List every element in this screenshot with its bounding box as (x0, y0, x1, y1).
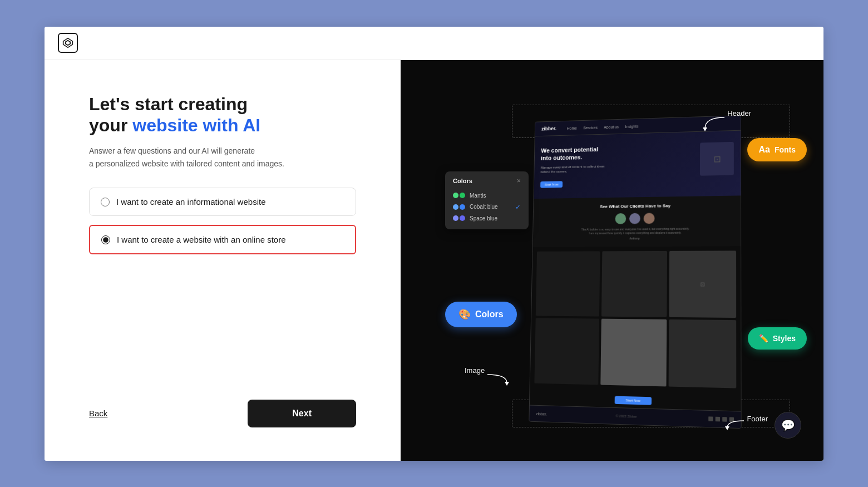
fonts-icon: Aa (758, 145, 770, 155)
preview-scene: zibber. Home Services About us Insights (401, 60, 823, 461)
space-dots (453, 215, 465, 221)
fonts-button-label: Fonts (775, 145, 796, 154)
colors-button[interactable]: 🎨 Colors (445, 302, 517, 327)
website-mockup: zibber. Home Services About us Insights (529, 115, 741, 429)
mockup-logo: zibber. (541, 126, 556, 131)
svg-marker-2 (703, 127, 707, 131)
gallery-item-5 (600, 319, 667, 387)
gallery-item-4 (534, 318, 599, 385)
option-informational-label: I want to create an informational websit… (116, 197, 265, 206)
review-text: The AI builder is so easy to use and eve… (539, 227, 733, 236)
footer-label: Footer (747, 415, 768, 423)
styles-icon: ✏️ (759, 334, 768, 343)
option-online-store[interactable]: I want to create a website with an onlin… (89, 225, 356, 254)
next-button[interactable]: Next (248, 400, 356, 427)
colors-panel-close[interactable]: × (517, 177, 521, 185)
mockup-hero-image: ⊡ (700, 141, 734, 175)
description-text: Answer a few questions and our AI will g… (89, 145, 356, 170)
cobalt-dots (453, 204, 465, 210)
colors-panel: Colors × Mantis (445, 171, 529, 229)
mockup-gallery: ⊡ (530, 246, 741, 393)
svg-marker-1 (66, 41, 70, 45)
mantis-label: Mantis (470, 193, 521, 199)
image-label: Image (465, 366, 485, 375)
mockup-cta: Start Now (540, 181, 563, 188)
mockup-hero-sub: Manage every kind of content to collect … (541, 161, 694, 174)
gallery-item-3: ⊡ (669, 250, 736, 318)
option-informational[interactable]: I want to create an informational websit… (89, 188, 356, 216)
mockup-start-now: Start Now (614, 396, 652, 405)
styles-button[interactable]: ✏️ Styles (748, 327, 807, 350)
space-label: Space blue (470, 215, 521, 222)
space-dot-2 (460, 215, 465, 221)
header-label-text: Header (727, 109, 751, 117)
gallery-item-2 (601, 251, 667, 317)
image-arrow (485, 372, 512, 386)
top-bar (45, 27, 823, 60)
image-label-text: Image (465, 366, 485, 375)
main-content: Let's start creating your website with A… (45, 60, 823, 461)
footer-logo: zibber. (536, 411, 547, 416)
heading-line1: Let's start creating (89, 94, 356, 115)
color-option-mantis[interactable]: Mantis (453, 190, 521, 201)
mockup-screen: zibber. Home Services About us Insights (529, 115, 741, 429)
header-label: Header (727, 109, 751, 117)
nav-home: Home (567, 126, 577, 130)
header-arrow (699, 115, 727, 131)
radio-online-store[interactable] (101, 235, 110, 244)
social-1 (708, 416, 713, 421)
mockup-hero: We convert potentialinto outcomes. Manag… (534, 130, 741, 199)
chat-icon: 💬 (781, 419, 795, 432)
cobalt-check: ✓ (515, 203, 521, 211)
svg-marker-3 (505, 382, 509, 386)
cobalt-label: Cobalt blue (470, 204, 511, 210)
color-option-space[interactable]: Space blue (453, 213, 521, 224)
footer-copy: © 2022 Zibber (616, 414, 637, 418)
mockup-testimonials: See What Our Clients Have to Say The AI … (533, 195, 741, 247)
left-panel: Let's start creating your website with A… (45, 60, 401, 461)
app-logo (58, 33, 78, 53)
reviewer-name: Anthony (539, 236, 734, 240)
footer-label-text: Footer (747, 415, 768, 423)
nav-insights: Insights (625, 124, 639, 127)
mantis-dot-1 (453, 193, 458, 198)
gallery-item-6 (669, 319, 737, 388)
nav-about: About us (604, 125, 619, 129)
chat-button[interactable]: 💬 (775, 412, 801, 439)
avatar-3 (644, 213, 655, 224)
option-online-store-label: I want to create a website with an onlin… (117, 235, 286, 244)
avatar-2 (629, 213, 640, 224)
heading-line2: your website with AI (89, 115, 356, 136)
svg-marker-4 (725, 426, 729, 430)
gallery-item-1 (536, 251, 600, 316)
colors-icon: 🎨 (458, 308, 471, 321)
mockup-hero-text: We convert potentialinto outcomes. Manag… (540, 142, 694, 188)
heading-block: Let's start creating your website with A… (89, 94, 356, 136)
mockup-hero-title: We convert potentialinto outcomes. (541, 142, 694, 162)
bottom-actions: Back Next (89, 388, 356, 427)
left-content: Let's start creating your website with A… (89, 94, 356, 388)
social-2 (716, 417, 720, 422)
svg-marker-0 (63, 38, 73, 48)
radio-informational[interactable] (101, 198, 110, 206)
mantis-dot-2 (460, 193, 465, 198)
space-dot-1 (453, 215, 458, 221)
avatar-1 (615, 213, 626, 224)
colors-button-label: Colors (475, 309, 504, 319)
color-option-cobalt[interactable]: Cobalt blue ✓ (453, 201, 521, 213)
cobalt-dot-1 (453, 204, 458, 210)
mockup-nav-links: Home Services About us Insights (567, 124, 638, 130)
mockup-avatars (540, 212, 734, 225)
heading-your: your (89, 115, 132, 135)
styles-button-label: Styles (773, 334, 796, 343)
cobalt-dot-2 (460, 204, 465, 210)
back-button[interactable]: Back (89, 409, 107, 418)
app-container: Let's start creating your website with A… (45, 27, 823, 461)
colors-panel-header: Colors × (453, 177, 521, 185)
right-panel: zibber. Home Services About us Insights (401, 60, 823, 461)
testimonials-title: See What Our Clients Have to Say (540, 203, 734, 210)
nav-services: Services (583, 125, 598, 129)
heading-ai-highlight: website with AI (132, 115, 260, 135)
fonts-button[interactable]: Aa Fonts (747, 138, 807, 161)
colors-panel-title: Colors (453, 178, 472, 184)
